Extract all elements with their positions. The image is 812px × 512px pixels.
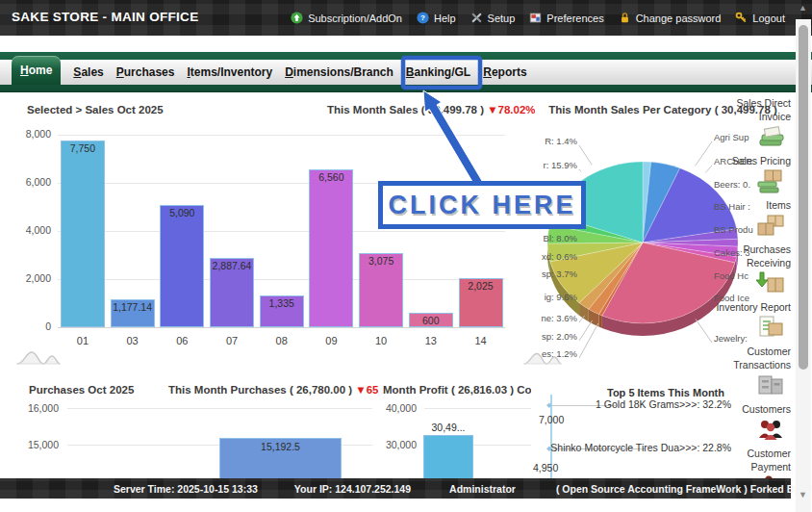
scrollbar-thumb[interactable] [799,25,808,370]
sidebar-item-label: Customer Payment [708,447,791,474]
customers-icon [756,417,785,446]
menu-item-label: Logout [752,13,785,24]
app-window: SAKE STORE - MAIN OFFICE Subscription/Ad… [0,0,812,512]
tab-banking-gl[interactable]: Banking/GL [406,60,470,85]
sales-xtick: 07 [210,335,254,346]
topbar: SAKE STORE - MAIN OFFICE Subscription/Ad… [0,0,812,36]
scroll-up-icon[interactable]: ▲ [799,3,807,13]
tab-label: Items/Inventory [187,60,272,85]
click-here-text: CLICK HERE [388,191,575,220]
sidebar-item-items[interactable]: Items [756,198,791,243]
tab-label: Purchases [116,60,175,85]
pie-label-left: xd: 0.6% [535,251,577,262]
sales-xtick: 03 [111,335,155,346]
purchases-ytick: 16,000 [22,402,59,414]
vertical-scrollbar[interactable]: ▲ ▼ [795,0,812,512]
sparkline-icon[interactable] [523,348,562,366]
pie-label-left: sp: 3.7% [535,269,577,279]
scroll-down-icon[interactable]: ▼ [799,490,807,499]
sales-bar-value: 1,335 [254,297,310,309]
help-icon: ? [417,12,429,24]
sidebar-item-sales-direct-invoice[interactable]: Sales Direct Invoice [708,96,791,154]
receiving-icon [756,270,785,299]
profit-bar-value: 30,49... [402,422,495,433]
tab-label: Sales [73,60,103,85]
sales-xtick: 13 [409,335,453,346]
transactions-icon [756,372,785,401]
top5-value-1: 7,000 [539,414,564,425]
inventory-icon [756,315,785,344]
lock-icon [619,12,631,24]
sidebar-item-purchases-receiving[interactable]: Purchases Receiving [708,243,791,300]
menu-item-subscription-addon[interactable]: Subscription/AddOn [291,12,402,24]
purchases-total-text: This Month Purchases ( 26,780.00 ) [168,384,352,396]
sales-bar-06[interactable] [160,205,204,327]
key-icon [735,12,748,24]
menu-item-label: Change password [636,13,722,24]
tab-items-inventory[interactable]: Items/Inventory [187,60,272,85]
profit-ytick: 30,000 [380,439,417,450]
top5-item-2[interactable]: Shinko Motorcycle Tires Dua>>>: 22.8% [531,442,731,453]
menu-item-preferences[interactable]: Preferences [529,12,603,24]
tab-sales[interactable]: Sales [73,60,103,85]
menu-item-setup[interactable]: Setup [470,12,516,24]
menu-item-label: Setup [488,13,516,24]
menu-item-help[interactable]: ?Help [417,12,456,24]
top5-item-1[interactable]: 1 Gold 18K Grams>>>: 32.2% [531,398,731,410]
sales-bar-value: 600 [403,315,459,326]
sales-bar-09[interactable] [309,169,353,327]
sales-ytick: 0 [14,320,51,332]
pie-label-left: R: 1.4% [535,136,577,146]
sales-bar-01[interactable] [61,141,105,327]
status-bar: Server Time: 2025-10-15 13:33Your IP: 12… [0,478,791,499]
sales-xtick: 08 [260,335,304,346]
sidebar-item-customer-transactions[interactable]: Customer Transactions [708,345,791,402]
sales-bar-value: 1,177.14 [105,301,161,313]
click-here-callout: CLICK HERE [378,181,586,229]
sidebar-item-label: Inventory Report [716,300,791,314]
pie-label-left: r: 15.9% [535,160,577,170]
menu-item-label: Preferences [546,13,603,24]
invoice-icon [756,124,785,153]
sales-xtick: 01 [61,335,105,346]
preferences-icon [529,12,542,24]
pie-label-left: ne: 3.6% [535,313,577,323]
shortcut-sidebar: Sales Direct InvoiceSales PricingItemsPu… [702,96,791,481]
tab-reports[interactable]: Reports [483,60,526,85]
sales-change-indicator: ▼78.02% [487,104,535,115]
sparkline-icon[interactable] [16,346,61,366]
tab-purchases[interactable]: Purchases [116,60,175,85]
menu-item-logout[interactable]: Logout [735,12,785,24]
sales-chart-title: Selected > Sales Oct 2025 [27,104,164,115]
pie-label-left: sp: 2.0% [535,331,577,342]
menu-item-label: Subscription/AddOn [308,13,402,24]
sales-bar-value: 7,750 [55,142,111,154]
status-item-3: ( Open Source Accounting FrameWork ) For… [556,483,812,495]
sales-ytick: 4,000 [14,224,51,236]
pie-label-left: Bl: 8.0% [535,233,577,243]
subscription-icon [291,12,303,24]
purchases-bar-value: 15,192.5 [220,441,341,452]
sales-chart-panel: Selected > Sales Oct 2025 This Month Sal… [14,96,539,377]
sidebar-item-customers[interactable]: Customers [742,402,791,447]
tab-dimensions-branch[interactable]: Dimensions/Branch [285,60,393,85]
items-icon [756,213,785,242]
svg-text:?: ? [420,13,425,22]
purchases-chart-title: Purchases Oct 2025 [29,384,134,396]
menu-item-label: Help [434,13,456,24]
tab-home[interactable]: Home [12,56,61,85]
tab-label: Home [20,56,52,85]
sidebar-item-inventory-report[interactable]: Inventory Report [716,300,791,345]
topbar-menu: Subscription/AddOn?HelpSetupPreferencesC… [291,0,785,36]
sales-ytick: 6,000 [14,176,51,188]
sales-ytick: 8,000 [14,128,51,140]
tab-label: Reports [483,60,526,85]
sidebar-item-label: Sales Pricing [732,154,791,167]
sales-xtick: 06 [160,335,204,346]
sales-bar-value: 2,025 [453,280,509,292]
sidebar-item-sales-pricing[interactable]: Sales Pricing [732,154,791,198]
sidebar-item-label: Customers [742,402,791,416]
menu-item-change-password[interactable]: Change password [619,12,722,24]
purchases-month-total: This Month Purchases ( 26,780.00 ) ▼65.5… [168,384,404,396]
pie-label-left: ig: 9.6% [535,292,577,302]
